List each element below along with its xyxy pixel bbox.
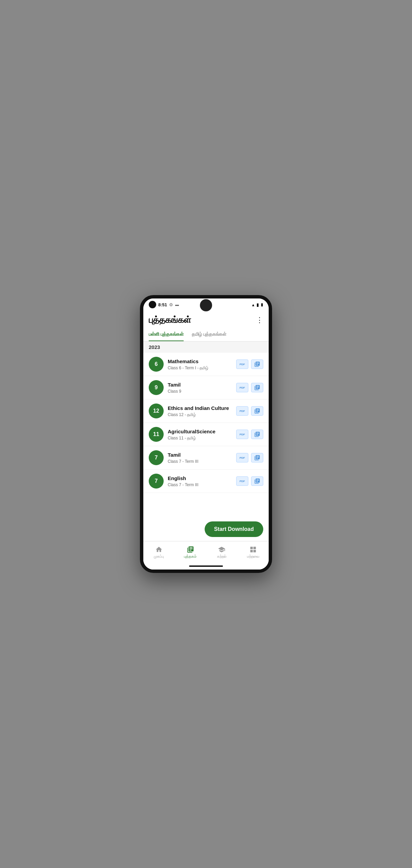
app-content: புத்தகங்கள் ⋮ பள்ளி புத்தகங்கள் தமிழ் பு…	[143, 311, 269, 570]
front-camera	[200, 299, 212, 311]
read-icon[interactable]	[251, 406, 263, 416]
status-bar: 8:51 ▴ ▮ ▮	[143, 298, 269, 311]
class-badge: 9	[149, 380, 164, 395]
read-icon[interactable]	[251, 476, 263, 486]
battery-icon: ▮	[261, 302, 263, 307]
class-badge: 6	[149, 357, 164, 372]
pdf-icon[interactable]: PDF	[236, 453, 248, 462]
nav-label-home: முகப்பு	[154, 554, 164, 559]
home-icon	[155, 546, 163, 553]
pdf-icon[interactable]: PDF	[236, 359, 248, 369]
gear-icon	[169, 302, 173, 307]
page-title: புத்தகங்கள்	[149, 315, 191, 325]
tab-school-books[interactable]: பள்ளி புத்தகங்கள்	[149, 328, 184, 341]
nav-label-other: மற்றவை	[247, 554, 259, 559]
book-nav-icon	[187, 546, 194, 553]
read-icon[interactable]	[251, 383, 263, 392]
grid-icon	[249, 546, 257, 553]
book-info: Tamil Class 7 - Term III	[168, 452, 232, 464]
home-bar	[189, 565, 223, 567]
read-icon[interactable]	[251, 359, 263, 369]
book-title: Tamil	[168, 452, 232, 458]
list-item: 9 Tamil Class 9 PDF	[143, 376, 269, 399]
nav-label-learn: கற்றல்	[217, 554, 226, 559]
book-actions: PDF	[236, 453, 263, 462]
book-info: Tamil Class 9	[168, 381, 232, 394]
book-title: Tamil	[168, 381, 232, 388]
book-title: AgriculturalScience	[168, 428, 232, 435]
sd-icon	[175, 302, 179, 307]
book-list: 6 Mathematics Class 6 - Term I - தமிழ் P…	[143, 353, 269, 517]
nav-item-learn[interactable]: கற்றல்	[206, 541, 238, 563]
book-title: English	[168, 475, 232, 482]
book-actions: PDF	[236, 359, 263, 369]
list-item: 11 AgriculturalScience Class 11 - தமிழ் …	[143, 423, 269, 446]
tab-tamil-books[interactable]: தமிழ் புத்தகங்கள்	[192, 328, 226, 341]
read-icon[interactable]	[251, 430, 263, 439]
year-label: 2023	[149, 344, 160, 350]
pdf-icon[interactable]: PDF	[236, 476, 248, 486]
class-badge: 11	[149, 427, 164, 442]
book-actions: PDF	[236, 406, 263, 416]
pdf-icon[interactable]: PDF	[236, 406, 248, 416]
class-badge: 12	[149, 404, 164, 418]
nav-item-other[interactable]: மற்றவை	[238, 541, 269, 563]
pdf-icon[interactable]: PDF	[236, 383, 248, 392]
learn-icon	[218, 546, 225, 553]
book-title: Ethics and Indian Culture	[168, 405, 232, 412]
nav-label-book: புத்தகம்	[184, 554, 197, 559]
nav-item-book[interactable]: புத்தகம்	[175, 541, 206, 563]
book-actions: PDF	[236, 476, 263, 486]
book-info: Ethics and Indian Culture Class 12 - தமி…	[168, 405, 232, 417]
book-info: AgriculturalScience Class 11 - தமிழ்	[168, 428, 232, 440]
book-subtitle: Class 11 - தமிழ்	[168, 436, 232, 440]
camera-icon	[149, 301, 156, 308]
year-section: 2023	[143, 342, 269, 353]
class-badge: 7	[149, 474, 164, 489]
class-badge: 7	[149, 450, 164, 465]
book-subtitle: Class 9	[168, 389, 232, 394]
pdf-icon[interactable]: PDF	[236, 430, 248, 439]
list-item: 7 Tamil Class 7 - Term III PDF	[143, 446, 269, 470]
wifi-icon: ▴	[252, 302, 254, 307]
signal-icon: ▮	[256, 302, 259, 307]
list-item: 12 Ethics and Indian Culture Class 12 - …	[143, 399, 269, 423]
nav-item-home[interactable]: முகப்பு	[143, 541, 175, 563]
book-subtitle: Class 6 - Term I - தமிழ்	[168, 366, 232, 370]
bottom-action-bar: Start Download	[143, 517, 269, 541]
book-title: Mathematics	[168, 358, 232, 365]
book-actions: PDF	[236, 383, 263, 392]
book-info: Mathematics Class 6 - Term I - தமிழ்	[168, 358, 232, 370]
list-item: 6 Mathematics Class 6 - Term I - தமிழ் P…	[143, 353, 269, 376]
list-item: 7 English Class 7 - Term III PDF	[143, 470, 269, 493]
header: புத்தகங்கள் ⋮	[143, 311, 269, 328]
read-icon[interactable]	[251, 453, 263, 462]
bottom-navigation: முகப்பு புத்தகம் கற்றல் மற்றவை	[143, 541, 269, 563]
status-left: 8:51	[149, 301, 179, 308]
home-indicator	[143, 563, 269, 570]
phone-frame: 8:51 ▴ ▮ ▮ புத்தகங்கள் ⋮ பள்ளி புத்தகங்க…	[140, 295, 272, 573]
status-right: ▴ ▮ ▮	[252, 302, 263, 307]
tab-bar: பள்ளி புத்தகங்கள் தமிழ் புத்தகங்கள்	[143, 328, 269, 342]
status-time: 8:51	[158, 302, 167, 307]
book-actions: PDF	[236, 430, 263, 439]
book-info: English Class 7 - Term III	[168, 475, 232, 487]
start-download-button[interactable]: Start Download	[205, 521, 263, 537]
more-options-icon[interactable]: ⋮	[256, 316, 263, 325]
book-subtitle: Class 12 - தமிழ்	[168, 412, 232, 417]
book-subtitle: Class 7 - Term III	[168, 482, 232, 487]
book-subtitle: Class 7 - Term III	[168, 459, 232, 464]
